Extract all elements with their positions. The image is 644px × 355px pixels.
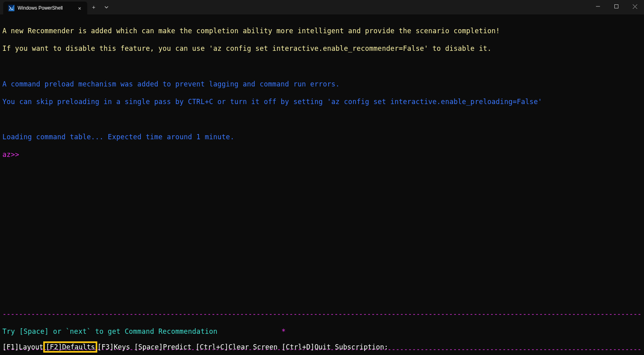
window-controls	[589, 0, 644, 14]
recommender-msg-1: A new Recommender is added which can mak…	[2, 26, 642, 35]
footer-bar: [F1]Layout [F2]Defaults [F3]Keys [Space]…	[2, 341, 388, 353]
minimize-button[interactable]	[589, 0, 607, 13]
tab-dropdown-button[interactable]	[100, 1, 113, 14]
tab-title: Windows PowerShell	[18, 5, 73, 11]
recommend-star: *	[281, 327, 286, 336]
new-tab-button[interactable]: +	[87, 1, 100, 14]
footer-f2-highlight: [F2]Defaults	[43, 341, 97, 353]
footer-f1: [F1]Layout	[2, 343, 43, 351]
recommender-msg-2: If you want to disable this feature, you…	[2, 44, 642, 53]
preload-msg-1: A command preload mechanism was added to…	[2, 80, 642, 88]
divider: ----------------------------------------…	[2, 309, 642, 318]
powershell-icon	[8, 5, 14, 11]
recommend-hint: Try [Space] or `next` to get Command Rec…	[2, 327, 217, 336]
close-window-button[interactable]	[626, 0, 644, 13]
loading-msg: Loading command table... Expected time a…	[2, 132, 642, 141]
titlebar: Windows PowerShell ✕ +	[0, 0, 644, 14]
recommend-hint-row: Try [Space] or `next` to get Command Rec…	[2, 327, 642, 336]
maximize-button[interactable]	[607, 0, 626, 13]
footer-rest: [F3]Keys [Space]Predict [Ctrl+C]Clear Sc…	[97, 343, 388, 351]
preload-msg-2: You can skip preloading in a single pass…	[2, 97, 642, 106]
svg-rect-1	[615, 5, 618, 8]
prompt: az>>	[2, 150, 642, 159]
tabs-area: Windows PowerShell ✕ +	[0, 0, 113, 14]
tab-powershell[interactable]: Windows PowerShell ✕	[3, 2, 87, 14]
close-tab-icon[interactable]: ✕	[76, 4, 83, 12]
terminal-content[interactable]: A new Recommender is added which can mak…	[0, 14, 644, 355]
